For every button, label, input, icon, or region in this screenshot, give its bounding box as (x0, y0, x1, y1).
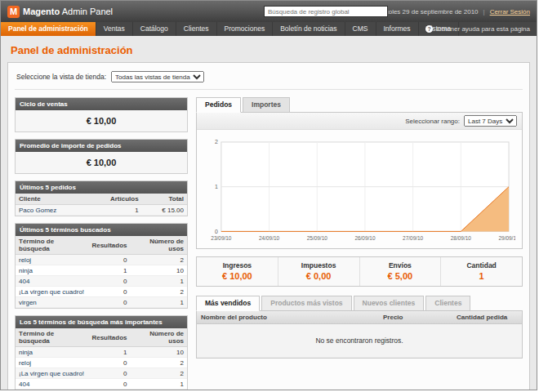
results-cell: 0 (88, 297, 130, 308)
svg-text:23/09/10: 23/09/10 (211, 235, 232, 241)
grid-tab: Clientes (425, 296, 470, 311)
col-header: Artículos (87, 194, 142, 205)
nav-item[interactable]: Clientes (176, 22, 217, 36)
col-header: Resultados (88, 236, 130, 255)
table-row: Paco Gomez 1 € 15.00 (16, 205, 187, 216)
help-icon: ? (425, 25, 433, 33)
last-orders-table: Cliente Artículos Total Paco Gomez 1 € 1… (16, 194, 187, 216)
total-cell: € 15.00 (142, 205, 187, 216)
search-term-link[interactable]: 404 (16, 276, 88, 287)
nav-item[interactable]: CMS (345, 22, 376, 36)
top-search-box: Los 5 términos de búsqueda más important… (15, 315, 188, 390)
search-term-link[interactable]: 404 (16, 379, 88, 390)
totals-bar: Ingresos € 10,00 Impuestos € 0,00 Envíos… (196, 256, 523, 287)
table-row: virgen 0 1 (16, 297, 187, 308)
products-grid: Nombre del producto Precio Cantidad pedi… (196, 310, 523, 359)
chart-panel: Seleccionar rango: Last 7 Days 01223/09/… (196, 112, 523, 249)
lifetime-sales-title: Ciclo de ventas (16, 98, 187, 110)
grid-tab[interactable]: Más vendidos (196, 296, 260, 311)
uses-cell: 10 (131, 347, 187, 358)
stat-value: € 5,00 (360, 271, 441, 281)
uses-cell: 1 (131, 390, 187, 391)
magento-logo[interactable]: M Magento Admin Panel (7, 6, 113, 18)
search-term-link[interactable]: virge (16, 390, 88, 391)
total-stat: Impuestos € 0,00 (278, 257, 360, 286)
results-cell: 0 (88, 379, 130, 390)
nav-item[interactable]: Ventas (96, 22, 133, 36)
results-cell: 0 (88, 255, 130, 265)
range-row: Seleccionar rango: Last 7 Days (197, 113, 522, 130)
col-header: Resultados (88, 328, 130, 347)
chart-tab[interactable]: Pedidos (196, 97, 241, 113)
header-separator: | (483, 8, 485, 16)
search-term-link[interactable]: ninja (16, 347, 88, 358)
chart-tab[interactable]: Importes (243, 97, 290, 113)
nav-item[interactable]: Boletín de noticias (273, 22, 345, 36)
stat-label: Ingresos (197, 261, 278, 270)
range-label: Seleccionar rango: (405, 118, 460, 125)
nav-item[interactable]: Promociones (217, 22, 274, 36)
dashboard-card: Seleccione la vista de tienda: Todas las… (7, 62, 530, 390)
svg-text:26/09/10: 26/09/10 (354, 235, 376, 241)
nav-item[interactable]: Panel de administración (1, 22, 96, 36)
total-stat: Envíos € 5,00 (360, 257, 442, 286)
uses-cell: 2 (131, 358, 187, 368)
global-search-input[interactable] (264, 6, 388, 17)
logout-link[interactable]: Cerrar Sesión (490, 8, 530, 16)
search-term-link[interactable]: ¡La virgen que cuadro! (16, 368, 88, 379)
col-header: Término de búsqueda (16, 328, 88, 347)
table-row: reloj 0 2 (16, 255, 187, 265)
average-orders-box: Promedio de importe de pedidos € 10,00 (15, 139, 188, 174)
store-view-label: Seleccione la vista de tienda: (16, 73, 106, 81)
stat-value: € 0,00 (278, 271, 359, 281)
svg-text:0: 0 (215, 229, 218, 234)
table-row: ninja 1 10 (16, 265, 187, 276)
results-cell: 1 (88, 265, 130, 276)
last-search-table: Término de búsqueda Resultados Número de… (16, 236, 187, 308)
store-view-row: Seleccione la vista de tienda: Todas las… (15, 69, 523, 90)
col-header: Número de usos (131, 236, 187, 255)
svg-text:24/09/10: 24/09/10 (259, 235, 280, 241)
lifetime-sales-box: Ciclo de ventas € 10,00 (15, 97, 188, 132)
svg-text:25/09/10: 25/09/10 (307, 235, 328, 241)
svg-text:1: 1 (215, 184, 218, 189)
nav-item[interactable]: Catálogo (133, 22, 176, 36)
nav-item[interactable]: Informes (376, 22, 419, 36)
customer-link[interactable]: Paco Gomez (16, 205, 87, 216)
nav-items: Panel de administraciónVentasCatálogoCli… (1, 22, 459, 36)
stat-label: Envíos (360, 261, 441, 270)
table-row: ¡La virgen que cuadro! 0 2 (16, 368, 187, 379)
search-term-link[interactable]: ninja (16, 265, 88, 276)
header-date: miércoles 29 de septiembre de 2010 (372, 8, 478, 16)
average-orders-title: Promedio de importe de pedidos (16, 140, 187, 152)
chart-area: 01223/09/1024/09/1025/09/1026/09/1027/09… (197, 130, 522, 248)
brand-title: Magento Admin Panel (23, 7, 113, 16)
results-cell: 0 (88, 390, 130, 391)
search-term-link[interactable]: reloj (16, 358, 88, 368)
total-stat: Ingresos € 10,00 (197, 257, 278, 286)
results-cell: 0 (88, 368, 130, 379)
last-search-title: Últimos 5 términos buscados (16, 224, 187, 236)
help-link[interactable]: ? Obtener ayuda para esta página (425, 22, 530, 36)
table-row: ninja 1 10 (16, 347, 187, 358)
help-label: Obtener ayuda para esta página (436, 25, 530, 33)
page-title: Panel de administración (11, 44, 528, 56)
dashboard-columns: Ciclo de ventas € 10,00 Promedio de impo… (15, 97, 523, 390)
col-header: Nombre del producto (197, 311, 379, 324)
magento-admin-window: M Magento Admin Panel Accedió como aparo… (0, 0, 537, 390)
grid-tab: Productos más vistos (261, 296, 351, 311)
range-select[interactable]: Last 7 Days (464, 115, 517, 127)
uses-cell: 2 (131, 287, 187, 297)
search-term-link[interactable]: virgen (16, 297, 88, 308)
search-term-link[interactable]: reloj (16, 255, 88, 265)
search-term-link[interactable]: ¡La virgen que cuadro! (16, 287, 88, 297)
table-row: ¡La virgen que cuadro! 0 2 (16, 287, 187, 297)
stat-label: Impuestos (278, 261, 359, 270)
empty-grid-message: No se encontraron registros. (197, 324, 522, 358)
brand-name: Magento (23, 7, 60, 16)
top-search-title: Los 5 términos de búsqueda más important… (16, 316, 187, 328)
table-row: reloj 0 2 (16, 358, 187, 368)
uses-cell: 2 (131, 255, 187, 265)
store-view-select[interactable]: Todas las vistas de tienda (111, 71, 204, 82)
svg-text:2: 2 (215, 139, 218, 145)
